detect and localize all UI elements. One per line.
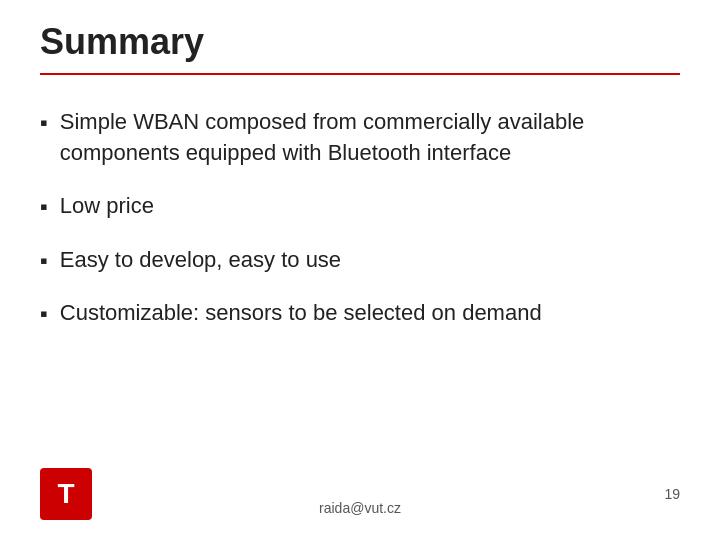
bullet-text-2: Low price [60, 191, 154, 222]
footer-email: raida@vut.cz [319, 500, 401, 516]
list-item: ▪ Customizable: sensors to be selected o… [40, 298, 680, 330]
bullet-marker-4: ▪ [40, 299, 48, 330]
bullet-marker-1: ▪ [40, 108, 48, 139]
bullet-marker-2: ▪ [40, 192, 48, 223]
logo: T [40, 468, 92, 520]
bullet-marker-3: ▪ [40, 246, 48, 277]
slide-title: Summary [40, 20, 680, 73]
footer: T raida@vut.cz 19 [40, 458, 680, 520]
list-item: ▪ Low price [40, 191, 680, 223]
bullet-text-3: Easy to develop, easy to use [60, 245, 341, 276]
title-section: Summary [40, 20, 680, 99]
bullet-text-4: Customizable: sensors to be selected on … [60, 298, 542, 329]
list-item: ▪ Simple WBAN composed from commercially… [40, 107, 680, 169]
bullet-text-1: Simple WBAN composed from commercially a… [60, 107, 680, 169]
title-divider [40, 73, 680, 75]
logo-symbol: T [57, 480, 74, 508]
bullet-list: ▪ Simple WBAN composed from commercially… [40, 107, 680, 458]
slide: Summary ▪ Simple WBAN composed from comm… [0, 0, 720, 540]
list-item: ▪ Easy to develop, easy to use [40, 245, 680, 277]
footer-page-number: 19 [664, 486, 680, 502]
